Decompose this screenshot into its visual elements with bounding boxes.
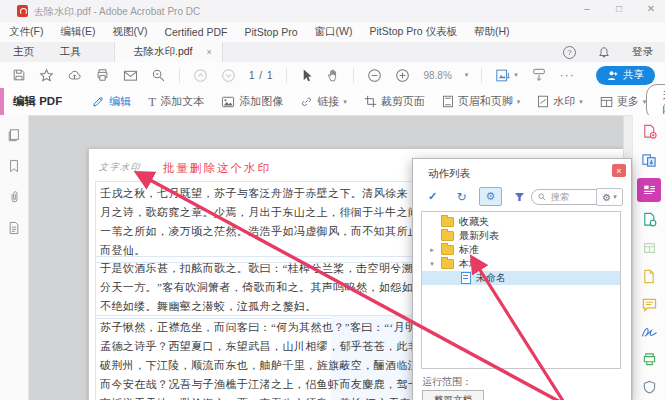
pencil-icon — [91, 95, 105, 108]
login-button[interactable]: 登录 — [632, 45, 653, 59]
send-signature-icon[interactable] — [642, 352, 657, 366]
search-small-icon — [538, 193, 546, 201]
header-footer-button[interactable]: 页眉和页脚▾ — [442, 94, 521, 109]
minimize-button[interactable]: – — [581, 3, 593, 14]
select-cursor-icon[interactable] — [300, 68, 313, 83]
zoom-in-icon[interactable] — [395, 68, 410, 83]
menu-item[interactable]: 帮助(H) — [474, 25, 510, 39]
sync-action-button[interactable]: ↻ — [450, 187, 473, 206]
fit-page-button[interactable]: ▾ — [495, 68, 518, 83]
action-tree: 收藏夹最新列表▸标准▾本地未命名 — [421, 211, 621, 369]
help-icon[interactable]: ? — [563, 46, 576, 59]
star-icon[interactable] — [39, 68, 54, 83]
action-list-panel: 动作列表 × ✓ ↻ ⚙ ⚙▾ 收藏夹最新列表▸标准▾本地未命名 运行范围： 整… — [412, 158, 632, 400]
zoom-out-icon[interactable] — [367, 68, 382, 83]
create-pdf-icon[interactable] — [642, 124, 657, 139]
more-button[interactable]: 更多▾ — [600, 94, 647, 109]
tab-close-icon[interactable]: × — [207, 47, 212, 57]
watermark-icon — [537, 95, 549, 108]
menu-item[interactable]: 编辑(E) — [60, 25, 95, 39]
fit-width-icon[interactable] — [531, 68, 547, 82]
bookmarks-icon[interactable] — [8, 159, 20, 173]
watermark-button[interactable]: 水印▾ — [537, 94, 583, 109]
menu-item[interactable]: 文件(F) — [9, 25, 43, 39]
maximize-button[interactable]: □ — [613, 3, 625, 14]
tree-item-label: 收藏夹 — [459, 215, 489, 229]
mail-icon[interactable] — [123, 69, 138, 82]
filter-action-button[interactable] — [508, 187, 531, 206]
attachments-icon[interactable] — [8, 190, 21, 204]
more-tools-icon[interactable]: ··· — [560, 68, 575, 82]
share-button[interactable]: 共享 — [596, 66, 655, 85]
tab-document-label: 去除水印.pdf — [133, 45, 193, 59]
gear-icon: ⚙ — [486, 190, 496, 203]
menu-item[interactable]: Certified PDF — [164, 26, 227, 38]
action-search-input[interactable] — [549, 191, 593, 203]
panel-settings-dropdown[interactable]: ⚙▾ — [596, 188, 623, 206]
hand-tool-icon[interactable] — [326, 68, 340, 83]
export-pdf-icon[interactable] — [641, 153, 657, 168]
share-person-icon — [607, 70, 618, 81]
menu-item[interactable]: 视图(V) — [112, 25, 147, 39]
create-form-icon[interactable] — [642, 212, 657, 227]
bell-icon[interactable] — [598, 46, 610, 59]
add-text-button[interactable]: T 添加文本 — [148, 94, 204, 110]
search-icon[interactable] — [151, 68, 166, 83]
edit-pdf-toolbar: 编辑 PDF 编辑 T 添加文本 添加图像 链接▾ 裁剪页面 页眉和页脚▾ 水印… — [0, 88, 665, 116]
organize-pages-icon[interactable] — [642, 269, 656, 284]
tree-item-label: 标准 — [459, 243, 479, 257]
edit-accent-strip — [0, 88, 4, 115]
image-icon — [221, 96, 235, 108]
page-watermark-text: 文字水印 — [98, 161, 141, 174]
combine-files-icon[interactable] — [642, 241, 657, 255]
previous-page-icon[interactable] — [193, 68, 208, 83]
crop-pages-button[interactable]: 裁剪页面 — [364, 94, 425, 109]
tree-item-favorites[interactable]: 收藏夹 — [422, 215, 620, 229]
protect-icon[interactable] — [643, 380, 656, 394]
header-footer-icon — [442, 95, 454, 108]
page-indicator[interactable]: 1 / 1 — [249, 70, 273, 81]
print-icon[interactable] — [95, 68, 110, 82]
menu-item[interactable]: 窗口(W) — [315, 25, 353, 39]
folder-icon — [441, 259, 454, 269]
expander-icon[interactable]: ▸ — [428, 246, 436, 254]
tree-item-local[interactable]: ▾本地 — [422, 257, 620, 271]
menu-item[interactable]: PitStop Pro 仪表板 — [369, 25, 457, 39]
next-page-icon[interactable] — [221, 68, 236, 83]
fill-sign-icon[interactable] — [641, 326, 658, 338]
tree-item-label: 未命名 — [476, 271, 506, 285]
tree-item-label: 本地 — [459, 257, 479, 271]
panel-close-button[interactable]: × — [612, 164, 626, 177]
page-thumbnails-icon[interactable] — [7, 128, 21, 142]
upload-cloud-icon[interactable] — [67, 68, 82, 82]
zoom-caret-icon[interactable]: ▾ — [465, 71, 469, 79]
edit-pdf-tool-selected[interactable] — [637, 178, 661, 202]
link-button[interactable]: 链接▾ — [300, 94, 347, 109]
caret-down-icon: ▾ — [613, 193, 617, 201]
document-pane-icon[interactable] — [8, 221, 20, 235]
edit-pdf-tool-icon — [642, 183, 657, 197]
acrobat-logo-icon — [17, 5, 28, 17]
close-window-button[interactable]: ✕ — [645, 3, 657, 14]
tab-home[interactable]: 主页 — [0, 42, 47, 62]
tab-document[interactable]: 去除水印.pdf × — [114, 42, 223, 62]
tree-item-recent[interactable]: 最新列表 — [422, 229, 620, 243]
run-scope-label: 运行范围： — [422, 375, 472, 389]
edit-button[interactable]: 编辑 — [91, 94, 131, 109]
tab-tools[interactable]: 工具 — [47, 42, 94, 62]
run-scope-dropdown[interactable]: 整篇文档 — [422, 390, 484, 400]
folder-icon — [441, 245, 454, 255]
tree-item-standard[interactable]: ▸标准 — [422, 243, 620, 257]
add-image-button[interactable]: 添加图像 — [221, 94, 283, 109]
comment-icon[interactable] — [642, 298, 657, 312]
save-icon[interactable] — [12, 68, 26, 82]
right-tools-pane — [632, 115, 665, 400]
settings-action-button[interactable]: ⚙ — [479, 187, 502, 206]
confirm-action-button[interactable]: ✓ — [421, 187, 444, 206]
menu-item[interactable]: PitStop Pro — [244, 26, 297, 38]
tree-item-unnamed[interactable]: 未命名 — [422, 271, 620, 285]
zoom-level[interactable]: 98.8% — [423, 70, 451, 81]
more-grid-icon — [600, 96, 613, 108]
folder-icon — [441, 217, 454, 227]
expander-icon[interactable]: ▾ — [428, 260, 436, 268]
